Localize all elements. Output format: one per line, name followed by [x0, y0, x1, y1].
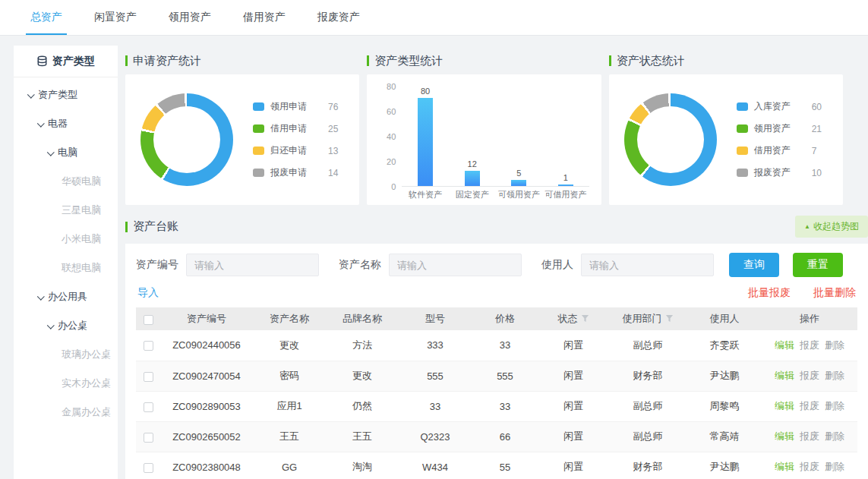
row-checkbox[interactable] — [144, 402, 153, 412]
database-icon — [36, 55, 48, 67]
import-link[interactable]: 导入 — [137, 286, 159, 300]
delete-action[interactable]: 删除 — [825, 400, 844, 411]
row-actions-cell: 编辑报废删除 — [762, 361, 857, 391]
table-cell: 333 — [399, 330, 472, 361]
chevron-down-icon — [37, 119, 45, 127]
table-cell: ZC0902470054 — [160, 361, 253, 391]
type-stats-chart: 020406080 80软件资产12固定资产5可领用资产1可借用资产 — [367, 74, 601, 205]
select-all-checkbox[interactable] — [144, 315, 153, 325]
scrap-action[interactable]: 报废 — [800, 400, 819, 411]
tree-item-metal-desk[interactable]: 金属办公桌 — [14, 398, 118, 427]
edit-action[interactable]: 编辑 — [775, 370, 794, 381]
tree-item-glass-desk[interactable]: 玻璃办公桌 — [14, 340, 118, 369]
row-checkbox[interactable] — [144, 433, 153, 443]
tree-item-electronics[interactable]: 电器 — [14, 109, 118, 138]
bar — [465, 171, 480, 186]
table-toolbar: 导入 批量报废 批量删除 — [137, 286, 856, 300]
reset-button[interactable]: 重置 — [793, 253, 843, 277]
table-cell: ZC0902890053 — [160, 391, 253, 421]
legend-label: 归还申请 — [270, 144, 317, 157]
tree-item-office-supplies[interactable]: 办公用具 — [14, 282, 118, 311]
tree-item-xiaomi-computer[interactable]: 小米电脑 — [14, 225, 118, 254]
table-cell: 33 — [472, 391, 538, 421]
user-input[interactable] — [581, 254, 714, 276]
table-cell: ZC0902380048 — [160, 452, 253, 479]
tab-idle-assets[interactable]: 闲置资产 — [82, 0, 149, 35]
scrap-action[interactable]: 报废 — [800, 339, 819, 351]
table-cell: 齐雯跃 — [687, 330, 762, 361]
asset-name-input[interactable] — [389, 254, 522, 276]
batch-scrap-link[interactable]: 批量报废 — [748, 286, 791, 300]
batch-delete-link[interactable]: 批量删除 — [813, 286, 856, 300]
table-cell: 应用1 — [253, 391, 326, 421]
row-checkbox[interactable] — [144, 341, 153, 351]
tree-item-asset-type-root[interactable]: 资产类型 — [14, 80, 118, 109]
tree-item-asus-computer[interactable]: 华硕电脑 — [14, 167, 118, 196]
tree-item-office-desk[interactable]: 办公桌 — [14, 311, 118, 340]
legend-value: 76 — [328, 102, 338, 112]
delete-action[interactable]: 删除 — [825, 370, 844, 381]
search-button[interactable]: 查询 — [729, 253, 779, 277]
filter-funnel-icon[interactable] — [665, 314, 674, 323]
tab-borrowed-assets[interactable]: 借用资产 — [231, 0, 298, 35]
table-cell: 更改 — [253, 330, 326, 361]
tree-item-computer[interactable]: 电脑 — [14, 138, 118, 167]
asset-code-input[interactable] — [186, 254, 319, 276]
scrap-action[interactable]: 报废 — [800, 461, 819, 472]
column-header: 型号 — [399, 307, 472, 330]
scrap-action[interactable]: 报废 — [800, 430, 819, 442]
delete-action[interactable]: 删除 — [825, 339, 844, 351]
bar-column: 80软件资产 — [402, 87, 449, 186]
tab-scrapped-assets[interactable]: 报废资产 — [305, 0, 372, 35]
table-cell: 闲置 — [538, 391, 608, 421]
column-header-label: 使用部门 — [623, 313, 662, 324]
apply-donut-legend: 领用申请76借用申请25归还申请13报废申请14 — [253, 100, 338, 179]
table-cell: Q2323 — [399, 421, 472, 452]
filter-funnel-icon[interactable] — [581, 314, 589, 323]
tab-total-assets[interactable]: 总资产 — [18, 0, 74, 35]
asset-name-label: 资产名称 — [339, 258, 381, 272]
row-checkbox[interactable] — [144, 372, 153, 382]
edit-action[interactable]: 编辑 — [775, 339, 794, 351]
delete-action[interactable]: 删除 — [825, 430, 844, 442]
asset-code-label: 资产编号 — [136, 258, 178, 272]
table-header-row: 资产编号资产名称品牌名称型号价格状态使用部门使用人操作 — [136, 307, 857, 330]
column-header: 品牌名称 — [326, 307, 399, 330]
section-marker — [125, 55, 128, 66]
tree-item-wood-desk[interactable]: 实木办公桌 — [14, 369, 118, 398]
edit-action[interactable]: 编辑 — [775, 400, 794, 411]
table-cell: 闲置 — [538, 421, 608, 452]
tab-requisition-assets[interactable]: 领用资产 — [156, 0, 223, 35]
edit-action[interactable]: 编辑 — [775, 461, 794, 472]
tree-item-samsung-computer[interactable]: 三星电脑 — [14, 196, 118, 225]
bar — [558, 184, 573, 186]
legend-value: 13 — [328, 146, 338, 156]
delete-action[interactable]: 删除 — [825, 461, 844, 472]
table-cell: 副总师 — [608, 391, 687, 421]
column-header: 资产编号 — [160, 307, 253, 330]
tree-item-label: 电脑 — [58, 146, 77, 159]
legend-value: 10 — [812, 168, 822, 178]
bar-value-label: 80 — [421, 87, 430, 96]
asset-table-head: 资产编号资产名称品牌名称型号价格状态使用部门使用人操作 — [136, 307, 857, 330]
legend-swatch — [253, 124, 264, 133]
table-cell: 淘淘 — [326, 452, 399, 479]
edit-action[interactable]: 编辑 — [775, 430, 794, 442]
table-cell: 闲置 — [538, 452, 608, 479]
apply-stats-chart: 领用申请76借用申请25归还申请13报废申请14 — [125, 74, 359, 205]
collapse-trend-button[interactable]: ▲ 收起趋势图 — [795, 216, 868, 238]
bar-category-label: 软件资产 — [409, 189, 442, 200]
table-cell: 王五 — [253, 421, 326, 452]
legend-item: 领用资产21 — [737, 122, 822, 135]
bar-column: 5可领用资产 — [495, 87, 542, 186]
table-row: ZC0902470054密码更改555555闲置财务部尹达鹏编辑报废删除 — [136, 361, 857, 391]
tree-item-lenovo-computer[interactable]: 联想电脑 — [14, 254, 118, 282]
column-header: 使用部门 — [608, 307, 687, 330]
scrap-action[interactable]: 报废 — [800, 370, 819, 381]
table-cell: GG — [253, 452, 326, 479]
row-checkbox[interactable] — [144, 463, 153, 473]
donut-hole — [153, 106, 220, 173]
legend-swatch — [253, 102, 264, 111]
asset-table-body: ZC0902440056更改方法33333闲置副总师齐雯跃编辑报废删除ZC090… — [136, 330, 857, 479]
page-body: 资产类型 资产类型电器电脑华硕电脑三星电脑小米电脑联想电脑办公用具办公桌玻璃办公… — [0, 36, 868, 479]
